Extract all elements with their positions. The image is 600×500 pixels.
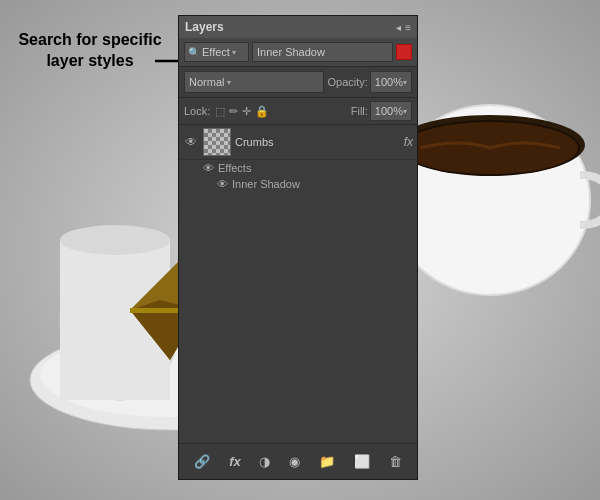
panel-menu-icon[interactable]: ≡ [405,22,411,33]
blend-opacity-row: Normal ▾ Opacity: 100% ▾ [179,67,417,98]
layer-visibility-icon[interactable]: 👁 [183,135,199,149]
blend-mode-dropdown[interactable]: Normal ▾ [184,71,324,93]
fill-arrow-icon: ▾ [403,107,407,116]
layer-item-crumbs[interactable]: 👁 Crumbs fx [179,125,417,160]
panel-title: Layers [185,20,224,34]
clear-search-button[interactable] [396,44,412,60]
layers-empty-area [179,192,417,392]
search-input-area [252,42,393,62]
opacity-arrow-icon: ▾ [403,78,407,87]
bottom-toolbar: 🔗 fx ◑ ◉ 📁 ⬜ 🗑 [179,443,417,479]
effects-header[interactable]: 👁 Effects [179,160,417,176]
lock-paint-icon[interactable]: ✏ [229,105,238,118]
panel-collapse-icon[interactable]: ◂ [396,22,401,33]
titlebar-icons: ◂ ≡ [396,22,411,33]
svg-point-5 [60,225,170,255]
delete-layer-button[interactable]: 🗑 [386,452,405,471]
new-layer-button[interactable]: ⬜ [351,452,373,471]
layers-list: 👁 Crumbs fx 👁 Effects 👁 Inner Shadow [179,125,417,443]
new-group-button[interactable]: 📁 [316,452,338,471]
lock-move-icon[interactable]: ✛ [242,105,251,118]
filter-arrow-icon: ▾ [232,48,236,57]
search-row: 🔍 Effect ▾ [179,38,417,67]
inner-shadow-row[interactable]: 👁 Inner Shadow [179,176,417,192]
effects-label: Effects [218,162,251,174]
layer-thumbnail [203,128,231,156]
effects-group: 👁 Effects 👁 Inner Shadow [179,160,417,192]
annotation-text: Search for specific layer styles [10,30,170,72]
annotation-container: Search for specific layer styles [10,30,170,72]
blend-mode-value: Normal [189,76,224,88]
add-mask-button[interactable]: ◑ [256,452,273,471]
filter-dropdown[interactable]: 🔍 Effect ▾ [184,42,249,62]
link-layers-button[interactable]: 🔗 [191,452,213,471]
fill-value[interactable]: 100% ▾ [370,101,412,121]
layers-panel: Layers ◂ ≡ 🔍 Effect ▾ Normal ▾ Opacity: … [178,15,418,480]
adjustment-button[interactable]: ◉ [286,452,303,471]
fill-label: Fill: [351,105,368,117]
layer-name: Crumbs [235,136,400,148]
layer-fx-icon: fx [404,135,413,149]
search-input[interactable] [257,46,388,58]
panel-titlebar: Layers ◂ ≡ [179,16,417,38]
fx-button[interactable]: fx [226,452,244,471]
blend-arrow-icon: ▾ [227,78,231,87]
lock-icons: ⬚ ✏ ✛ 🔒 [215,105,345,118]
lock-label: Lock: [184,105,210,117]
search-icon: 🔍 [188,47,200,58]
lock-all-icon[interactable]: 🔒 [255,105,269,118]
opacity-label: Opacity: [328,76,368,88]
inner-shadow-visibility-icon[interactable]: 👁 [217,178,228,190]
fill-group: Fill: 100% ▾ [351,101,412,121]
opacity-value[interactable]: 100% ▾ [370,71,412,93]
lock-pixels-icon[interactable]: ⬚ [215,105,225,118]
lock-fill-row: Lock: ⬚ ✏ ✛ 🔒 Fill: 100% ▾ [179,98,417,125]
effects-visibility-icon[interactable]: 👁 [203,162,214,174]
inner-shadow-label: Inner Shadow [232,178,300,190]
opacity-group: Opacity: 100% ▾ [328,71,413,93]
filter-label: Effect [202,46,230,58]
